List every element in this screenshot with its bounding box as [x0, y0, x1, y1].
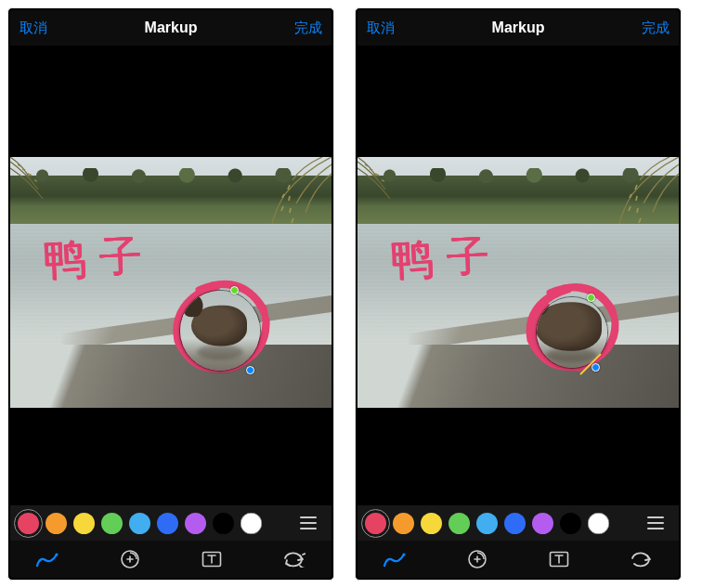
magnifier-resize-handle[interactable] [592, 363, 600, 372]
markup-canvas[interactable]: 鸭子 [358, 46, 679, 505]
color-swatch-blue[interactable] [504, 513, 526, 534]
text-tool-button[interactable] [189, 541, 234, 578]
app-screen: 取消 Markup 完成 鸭子 [10, 10, 332, 578]
nav-title: Markup [145, 20, 198, 36]
color-swatch-red[interactable] [365, 513, 386, 534]
color-swatch-orange[interactable] [393, 513, 414, 534]
color-swatch-lightblue[interactable] [476, 513, 498, 534]
magnifier-zoom-handle[interactable] [230, 286, 239, 294]
color-swatch-yellow[interactable] [73, 513, 95, 534]
more-options-icon[interactable] [644, 513, 668, 533]
magnifier-loupe[interactable] [179, 290, 261, 372]
pen-tool-button[interactable] [25, 541, 70, 578]
pen-tool-button[interactable] [372, 541, 417, 578]
cancel-button[interactable]: 取消 [367, 20, 395, 37]
phone-frame-left: 取消 Markup 完成 鸭子 [7, 7, 334, 581]
photo: 鸭子 [358, 157, 679, 408]
color-swatch-lightblue[interactable] [129, 513, 150, 534]
app-screen: 取消 Markup 完成 鸭子 [358, 10, 679, 578]
magnifier-zoom-handle[interactable] [587, 294, 595, 302]
color-swatch-orange[interactable] [46, 513, 67, 534]
color-swatches [18, 513, 262, 534]
more-options-icon[interactable] [296, 513, 320, 533]
color-swatch-red[interactable] [18, 513, 39, 534]
color-swatches [365, 513, 609, 534]
color-swatch-white[interactable] [588, 513, 609, 534]
color-swatch-green[interactable] [101, 513, 123, 534]
done-button[interactable]: 完成 [642, 20, 670, 37]
magnifier-resize-handle[interactable] [246, 366, 254, 374]
markup-canvas[interactable]: 鸭子 [10, 46, 332, 505]
svg-point-4 [402, 553, 405, 555]
tool-row [358, 541, 679, 578]
color-swatch-black[interactable] [213, 513, 234, 534]
cancel-button[interactable]: 取消 [20, 20, 47, 37]
nav-bar: 取消 Markup 完成 [358, 10, 679, 46]
color-swatch-yellow[interactable] [421, 513, 442, 534]
handwriting-annotation[interactable]: 鸭子 [42, 227, 156, 290]
photo: 鸭子 [10, 157, 332, 408]
color-palette-row [358, 505, 679, 541]
tool-row [10, 541, 332, 578]
magnifier-tool-button[interactable] [108, 541, 152, 578]
undo-button[interactable] [619, 541, 664, 578]
svg-point-0 [55, 553, 58, 555]
color-palette-row [10, 505, 332, 541]
text-tool-button[interactable] [537, 541, 581, 578]
color-swatch-green[interactable] [448, 513, 470, 534]
color-swatch-black[interactable] [560, 513, 581, 534]
phone-frame-right: 取消 Markup 完成 鸭子 [355, 7, 682, 581]
undo-button[interactable] [272, 541, 317, 578]
color-swatch-white[interactable] [240, 513, 262, 534]
done-button[interactable]: 完成 [294, 20, 322, 37]
handwriting-annotation[interactable]: 鸭子 [389, 227, 503, 290]
color-swatch-purple[interactable] [532, 513, 553, 534]
color-swatch-purple[interactable] [185, 513, 206, 534]
nav-title: Markup [492, 20, 545, 36]
nav-bar: 取消 Markup 完成 [10, 10, 332, 46]
magnifier-tool-button[interactable] [455, 541, 500, 578]
color-swatch-blue[interactable] [157, 513, 178, 534]
